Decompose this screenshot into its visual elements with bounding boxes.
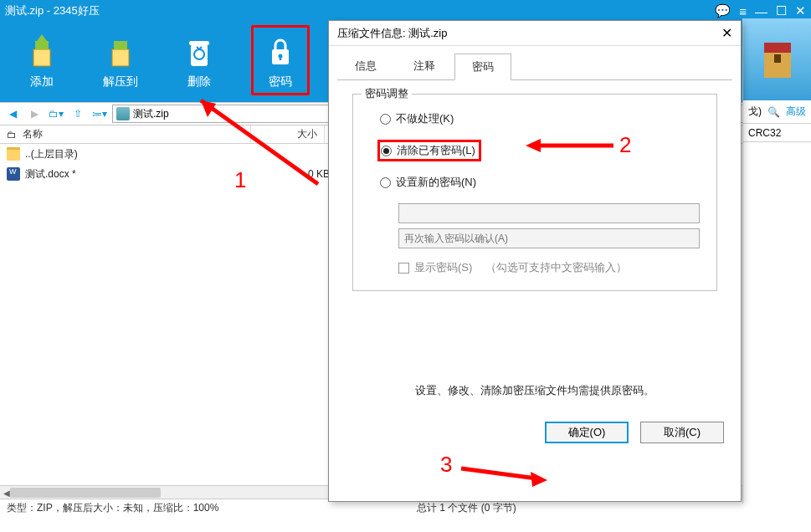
svg-rect-8	[280, 56, 281, 60]
add-icon	[22, 31, 62, 71]
cancel-button[interactable]: 取消(C)	[640, 422, 724, 443]
file-name: 测试.docx *	[25, 167, 256, 182]
speech-icon[interactable]: 💬	[715, 3, 731, 18]
nav-up-icon[interactable]: ⇧	[69, 105, 87, 122]
bg-toolbar	[743, 18, 811, 100]
bg-archive-icon	[757, 36, 798, 83]
show-password-hint: （勾选可支持中文密码输入）	[485, 260, 627, 275]
delete-button[interactable]: 删除	[172, 28, 226, 93]
show-password-checkbox[interactable]: 显示密码(S) （勾选可支持中文密码输入）	[398, 260, 705, 275]
maximize-icon[interactable]: ☐	[776, 3, 787, 18]
col-crc[interactable]: CRC32	[743, 124, 811, 142]
password-button[interactable]: 密码	[251, 25, 310, 95]
archive-icon	[116, 107, 130, 120]
titlebar: 测试.zip - 2345好压 💬 ≡ — ☐ ✕	[0, 0, 811, 22]
ok-button[interactable]: 确定(O)	[545, 422, 629, 443]
trash-icon	[179, 31, 219, 71]
dialog-close-icon[interactable]: ✕	[721, 25, 732, 41]
col-size[interactable]: 大小	[251, 125, 325, 143]
extract-label: 解压到	[103, 74, 138, 90]
folder-icon	[7, 147, 20, 161]
dialog-titlebar: 压缩文件信息: 测试.zip ✕	[329, 21, 741, 46]
svg-rect-2	[112, 49, 129, 66]
svg-rect-11	[774, 54, 781, 63]
svg-rect-10	[764, 43, 791, 53]
path-text: 测试.zip	[133, 107, 169, 121]
nav-folder-icon[interactable]: 🗀▾	[47, 105, 65, 122]
new-password-input[interactable]	[398, 203, 700, 223]
file-size: 0 KB	[256, 168, 330, 180]
close-icon[interactable]: ✕	[795, 3, 806, 18]
password-group: 密码调整 不做处理(K) 清除已有密码(L) 设置新的密码(N) 显示密码(S)…	[352, 94, 717, 291]
radio-icon	[381, 146, 392, 156]
tab-password[interactable]: 密码	[454, 54, 511, 80]
dialog-panel: 密码调整 不做处理(K) 清除已有密码(L) 设置新的密码(N) 显示密码(S)…	[329, 80, 741, 412]
checkbox-icon	[398, 263, 409, 274]
status-left: 类型：ZIP，解压后大小：未知，压缩比：100%	[7, 501, 417, 515]
nav-back-icon[interactable]: ◀	[3, 105, 22, 122]
extract-icon	[100, 31, 141, 71]
extract-button[interactable]: 解压到	[94, 28, 147, 93]
radio-set[interactable]: 设置新的密码(N)	[380, 175, 705, 190]
bg-nav: 戈) 🔍 高级	[743, 100, 811, 124]
scroll-thumb[interactable]	[10, 488, 161, 498]
dropdown-icon[interactable]: ≡	[739, 4, 747, 18]
group-title: 密码调整	[362, 86, 412, 101]
background-window: 戈) 🔍 高级 CRC32	[742, 18, 811, 504]
tab-comment[interactable]: 注释	[396, 53, 453, 79]
radio-icon	[380, 114, 391, 125]
password-dialog: 压缩文件信息: 测试.zip ✕ 信息 注释 密码 密码调整 不做处理(K) 清…	[328, 20, 742, 502]
docx-icon	[7, 167, 20, 181]
add-label: 添加	[30, 74, 54, 90]
svg-rect-0	[33, 49, 50, 66]
dialog-buttons: 确定(O) 取消(C)	[329, 412, 741, 453]
col-name[interactable]: 🗀 名称	[0, 125, 251, 143]
nav-fwd-icon[interactable]: ▶	[25, 105, 44, 122]
radio-none[interactable]: 不做处理(K)	[380, 111, 705, 126]
add-button[interactable]: 添加	[15, 28, 69, 93]
window-controls: 💬 ≡ — ☐ ✕	[715, 3, 806, 18]
dialog-tabs: 信息 注释 密码	[329, 46, 741, 79]
file-name: ..(上层目录)	[25, 147, 256, 161]
dialog-title: 压缩文件信息: 测试.zip	[337, 26, 721, 41]
svg-rect-1	[35, 41, 49, 49]
search-icon[interactable]: 🔍	[767, 106, 780, 118]
radio-icon	[380, 177, 391, 188]
password-label: 密码	[269, 74, 292, 90]
minimize-icon[interactable]: —	[755, 4, 767, 18]
lock-icon	[260, 31, 300, 71]
window-title: 测试.zip - 2345好压	[5, 3, 715, 18]
nav-view-icon[interactable]: ≔▾	[90, 105, 109, 122]
svg-rect-5	[189, 41, 209, 45]
status-right: 总计 1 个文件 (0 字节)	[417, 501, 516, 515]
tab-info[interactable]: 信息	[337, 53, 394, 79]
bg-adv[interactable]: 高级	[786, 105, 806, 119]
confirm-password-input[interactable]	[398, 228, 700, 248]
dialog-note: 设置、修改、清除加密压缩文件均需提供原密码。	[352, 383, 717, 398]
radio-clear[interactable]: 清除已有密码(L)	[377, 140, 481, 161]
delete-label: 删除	[187, 74, 211, 90]
